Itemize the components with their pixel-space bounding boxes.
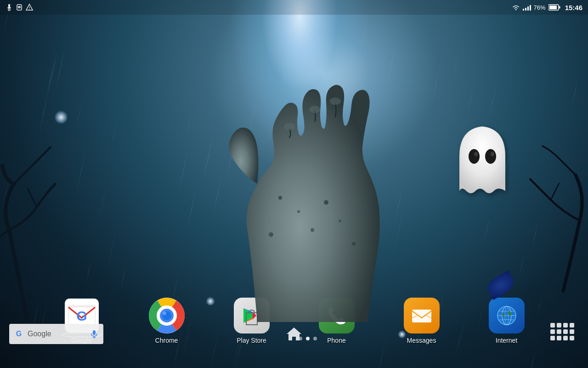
grid-dot (550, 336, 555, 340)
svg-rect-20 (29, 9, 30, 10)
svg-rect-18 (18, 6, 21, 8)
grid-dot (557, 323, 561, 328)
svg-point-13 (491, 152, 494, 156)
zombie-hand (198, 37, 390, 322)
status-bar: 76% 15:46 (0, 0, 588, 15)
branches-right (505, 138, 588, 299)
page-dot-1 (299, 337, 302, 340)
signal-bars (523, 4, 531, 11)
mic-icon[interactable] (90, 329, 99, 339)
page-indicators (299, 337, 317, 340)
time-display: 15:46 (565, 4, 582, 12)
svg-point-7 (339, 219, 341, 222)
usb-icon (6, 4, 13, 11)
svg-point-5 (324, 200, 328, 205)
branches-left (0, 138, 92, 322)
svg-point-16 (8, 9, 10, 11)
svg-text:G: G (16, 330, 22, 338)
svg-point-11 (485, 149, 496, 164)
svg-point-9 (352, 242, 356, 246)
svg-point-4 (297, 210, 300, 213)
svg-point-8 (269, 232, 273, 237)
svg-rect-15 (7, 7, 11, 8)
svg-rect-44 (93, 330, 96, 335)
page-dot-3 (313, 337, 317, 340)
battery-percentage: 76% (534, 4, 546, 11)
grid-dot (550, 329, 555, 334)
svg-point-10 (469, 149, 480, 164)
ghost-icon (450, 120, 514, 207)
alert-icon (26, 4, 33, 11)
home-button[interactable] (286, 326, 302, 344)
google-g-icon: G (14, 329, 24, 339)
light-orb-2 (206, 297, 215, 306)
status-left (6, 4, 33, 11)
svg-rect-23 (559, 6, 560, 9)
wifi-icon (512, 4, 520, 11)
battery-icon (548, 4, 560, 11)
svg-point-3 (278, 196, 282, 200)
grid-dot (570, 323, 574, 328)
grid-dot (557, 336, 561, 340)
svg-point-12 (474, 152, 478, 156)
svg-point-2 (330, 98, 341, 105)
svg-rect-14 (8, 4, 10, 7)
grid-dot (563, 323, 568, 328)
grid-dot (557, 329, 561, 334)
svg-point-6 (311, 228, 314, 232)
grid-dot (563, 329, 568, 334)
grid-dot (563, 336, 568, 340)
search-text: Google (28, 330, 86, 338)
light-orb-3 (398, 330, 406, 339)
svg-point-1 (309, 106, 320, 113)
sim-icon (16, 4, 23, 11)
svg-rect-19 (29, 6, 30, 8)
svg-rect-22 (549, 6, 557, 9)
grid-dot (570, 336, 574, 340)
all-apps-button[interactable] (550, 323, 574, 340)
light-orb-1 (54, 110, 68, 124)
status-right: 76% 15:46 (512, 4, 582, 12)
page-dot-2 (306, 337, 310, 340)
google-search-bar[interactable]: G Google (9, 324, 103, 344)
grid-dot (550, 323, 555, 328)
svg-point-0 (284, 123, 295, 130)
grid-dot (570, 329, 574, 334)
